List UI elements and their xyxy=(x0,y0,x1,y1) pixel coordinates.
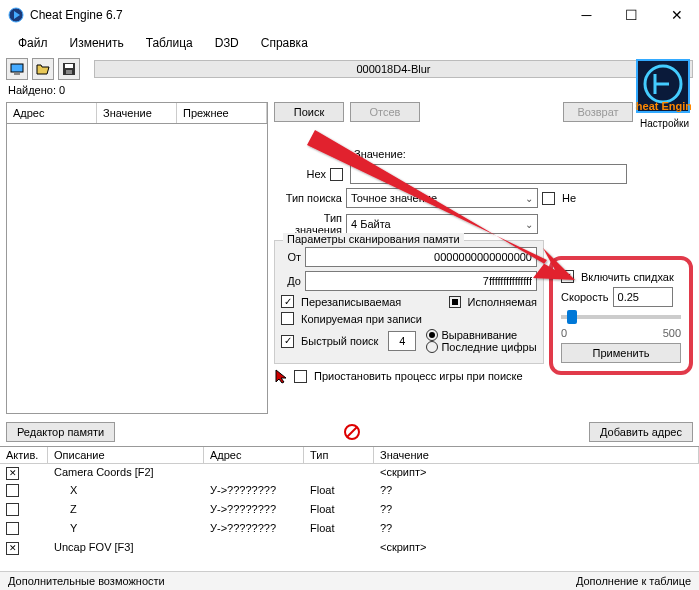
add-address-button[interactable]: Добавить адрес xyxy=(589,422,693,442)
cell-val: ?? xyxy=(374,482,699,501)
fast-scan-input[interactable] xyxy=(388,331,416,351)
last-digits-radio[interactable] xyxy=(426,341,438,353)
to-input[interactable] xyxy=(305,271,537,291)
status-left[interactable]: Дополнительные возможности xyxy=(8,575,165,587)
scan-params-title: Параметры сканирования памяти xyxy=(283,233,464,245)
writable-label: Перезаписываемая xyxy=(301,296,401,308)
arrow-cursor-icon xyxy=(274,368,290,384)
col-address[interactable]: Адрес xyxy=(7,103,97,123)
open-file-button[interactable] xyxy=(32,58,54,80)
undo-button[interactable]: Возврат xyxy=(563,102,633,122)
cell-addr xyxy=(204,464,304,482)
enable-speedhack-label: Включить спидхак xyxy=(581,271,674,283)
cell-addr: У->???????? xyxy=(204,501,304,520)
table-row[interactable]: XУ->????????Float?? xyxy=(0,482,699,501)
th-val[interactable]: Значение xyxy=(374,447,699,463)
value-type-select[interactable]: 4 Байта xyxy=(346,214,538,234)
writable-checkbox[interactable] xyxy=(281,295,294,308)
hex-checkbox[interactable] xyxy=(330,168,343,181)
speed-label: Скорость xyxy=(561,291,609,303)
enable-speedhack-checkbox[interactable] xyxy=(561,270,574,283)
maximize-button[interactable]: ☐ xyxy=(609,0,654,30)
svg-rect-4 xyxy=(65,64,73,68)
cell-desc: Z xyxy=(48,501,204,520)
titlebar: Cheat Engine 6.7 ─ ☐ ✕ xyxy=(0,0,699,30)
cell-val: <скрипт> xyxy=(374,539,699,557)
speed-input[interactable] xyxy=(613,287,673,307)
alignment-label: Выравнивание xyxy=(441,329,517,341)
folder-open-icon xyxy=(36,62,50,76)
menu-file[interactable]: Файл xyxy=(8,32,58,54)
cell-val: ?? xyxy=(374,520,699,539)
menu-edit[interactable]: Изменить xyxy=(60,32,134,54)
window-title: Cheat Engine 6.7 xyxy=(30,8,564,22)
col-value[interactable]: Значение xyxy=(97,103,177,123)
executable-checkbox[interactable] xyxy=(449,296,461,308)
status-bar: Дополнительные возможности Дополнение к … xyxy=(0,571,699,590)
memory-editor-button[interactable]: Редактор памяти xyxy=(6,422,115,442)
last-digits-label: Последние цифры xyxy=(441,341,536,353)
results-panel: Адрес Значение Прежнее xyxy=(6,102,268,414)
pause-game-label: Приостановить процесс игры при поиске xyxy=(314,370,523,382)
menu-help[interactable]: Справка xyxy=(251,32,318,54)
toolbar: 000018D4-Blur xyxy=(0,56,699,82)
active-checkbox[interactable] xyxy=(6,467,19,480)
cell-type xyxy=(304,539,374,557)
table-row[interactable]: Camera Coords [F2]<скрипт> xyxy=(0,464,699,482)
th-desc[interactable]: Описание xyxy=(48,447,204,463)
active-checkbox[interactable] xyxy=(6,542,19,555)
computer-icon xyxy=(10,62,24,76)
forbidden-icon[interactable] xyxy=(343,423,361,441)
table-header: Актив. Описание Адрес Тип Значение xyxy=(0,447,699,464)
results-header: Адрес Значение Прежнее xyxy=(6,102,268,124)
menu-d3d[interactable]: D3D xyxy=(205,32,249,54)
search-button[interactable]: Поиск xyxy=(274,102,344,122)
search-type-select[interactable]: Точное значение xyxy=(346,188,538,208)
th-type[interactable]: Тип xyxy=(304,447,374,463)
cell-val: <скрипт> xyxy=(374,464,699,482)
svg-line-10 xyxy=(347,427,357,437)
menu-table[interactable]: Таблица xyxy=(136,32,203,54)
col-previous[interactable]: Прежнее xyxy=(177,103,267,123)
results-list[interactable] xyxy=(6,124,268,414)
apply-button[interactable]: Применить xyxy=(561,343,681,363)
table-row[interactable]: ZУ->????????Float?? xyxy=(0,501,699,520)
active-checkbox[interactable] xyxy=(6,484,19,497)
slider-thumb[interactable] xyxy=(567,310,577,324)
pause-game-checkbox[interactable] xyxy=(294,370,307,383)
cell-type xyxy=(304,464,374,482)
from-input[interactable] xyxy=(305,247,537,267)
open-process-button[interactable] xyxy=(6,58,28,80)
save-icon xyxy=(62,62,76,76)
executable-label: Исполняемая xyxy=(468,296,537,308)
active-checkbox[interactable] xyxy=(6,522,19,535)
close-button[interactable]: ✕ xyxy=(654,0,699,30)
table-row[interactable]: YУ->????????Float?? xyxy=(0,520,699,539)
cell-desc: Camera Coords [F2] xyxy=(48,464,204,482)
fast-scan-checkbox[interactable] xyxy=(281,335,294,348)
slider-max: 500 xyxy=(663,327,681,339)
active-checkbox[interactable] xyxy=(6,503,19,516)
scan-panel: Поиск Отсев Возврат Значение: Hex Тип по… xyxy=(274,102,693,414)
speed-slider[interactable] xyxy=(561,315,681,319)
table-row[interactable]: Uncap FOV [F3]<скрипт> xyxy=(0,539,699,557)
th-addr[interactable]: Адрес xyxy=(204,447,304,463)
speedhack-panel: Включить спидхак Скорость 0 500 Применит… xyxy=(549,256,693,375)
minimize-button[interactable]: ─ xyxy=(564,0,609,30)
value-input[interactable] xyxy=(350,164,627,184)
alignment-radio[interactable] xyxy=(426,329,438,341)
cow-label: Копируемая при записи xyxy=(301,313,422,325)
value-label: Значение: xyxy=(354,148,406,160)
svg-rect-5 xyxy=(66,70,72,74)
not-checkbox[interactable] xyxy=(542,192,555,205)
status-right[interactable]: Дополнение к таблице xyxy=(576,575,691,587)
not-label: Не xyxy=(562,192,576,204)
cow-checkbox[interactable] xyxy=(281,312,294,325)
address-table: Актив. Описание Адрес Тип Значение Camer… xyxy=(0,446,699,557)
filter-button[interactable]: Отсев xyxy=(350,102,420,122)
found-count: 0 xyxy=(59,84,65,96)
table-body[interactable]: Camera Coords [F2]<скрипт>XУ->????????Fl… xyxy=(0,464,699,557)
cell-desc: X xyxy=(48,482,204,501)
save-button[interactable] xyxy=(58,58,80,80)
th-active[interactable]: Актив. xyxy=(0,447,48,463)
